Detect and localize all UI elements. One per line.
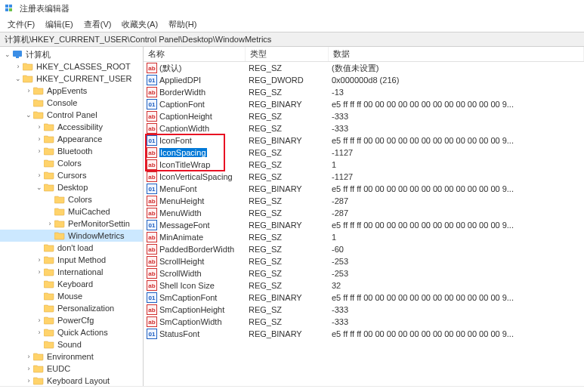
chevron-right-icon[interactable]: › bbox=[35, 171, 44, 179]
value-row[interactable]: abIconTitleWrapREG_SZ1 bbox=[144, 159, 584, 171]
chevron-right-icon[interactable]: › bbox=[35, 329, 44, 336]
value-row[interactable]: abScrollHeightREG_SZ-253 bbox=[144, 255, 584, 267]
value-row[interactable]: abSmCaptionHeightREG_SZ-333 bbox=[144, 304, 584, 316]
col-type[interactable]: 类型 bbox=[246, 47, 329, 61]
tree-item[interactable]: ›Input Method bbox=[0, 254, 143, 266]
string-value-icon: ab bbox=[147, 268, 157, 279]
value-row[interactable]: abBorderWidthREG_SZ-13 bbox=[144, 86, 584, 98]
tree-item[interactable]: ›Appearance bbox=[0, 133, 143, 145]
folder-icon bbox=[44, 340, 54, 349]
value-type: REG_SZ bbox=[246, 269, 329, 278]
value-type: REG_BINARY bbox=[246, 184, 329, 193]
binary-value-icon: 01 bbox=[147, 329, 157, 339]
tree-item[interactable]: Sound bbox=[0, 338, 143, 350]
value-type: REG_SZ bbox=[246, 63, 329, 73]
folder-icon bbox=[23, 74, 33, 83]
value-name: (默认) bbox=[159, 63, 181, 74]
string-value-icon: ab bbox=[147, 87, 157, 97]
value-type: REG_SZ bbox=[246, 160, 329, 169]
chevron-right-icon[interactable]: › bbox=[24, 365, 33, 372]
tree-item[interactable]: ⌄Desktop bbox=[0, 181, 143, 193]
folder-icon bbox=[33, 86, 44, 95]
tree-item[interactable]: Keyboard bbox=[0, 278, 143, 290]
value-row[interactable]: abCaptionHeightREG_SZ-333 bbox=[144, 110, 584, 122]
value-row[interactable]: abSmCaptionWidthREG_SZ-333 bbox=[144, 316, 584, 328]
value-row[interactable]: 01AppliedDPIREG_DWORD0x000000d8 (216) bbox=[144, 74, 584, 86]
tree-item-label: WindowMetrics bbox=[66, 231, 126, 240]
value-row[interactable]: 01MessageFontREG_BINARYe5 ff ff ff 00 00… bbox=[144, 219, 584, 231]
chevron-down-icon[interactable]: ⌄ bbox=[3, 51, 12, 58]
tree-panel[interactable]: ⌄计算机›HKEY_CLASSES_ROOT⌄HKEY_CURRENT_USER… bbox=[0, 47, 144, 386]
value-data: -253 bbox=[329, 257, 584, 266]
value-row[interactable]: 01CaptionFontREG_BINARYe5 ff ff ff 00 00… bbox=[144, 98, 584, 110]
list-panel[interactable]: 名称 类型 数据 ab(默认)REG_SZ(数值未设置)01AppliedDPI… bbox=[144, 47, 584, 386]
tree-item[interactable]: ›Environment bbox=[0, 350, 143, 363]
value-row[interactable]: 01StatusFontREG_BINARYe5 ff ff ff 00 00 … bbox=[144, 328, 584, 340]
tree-item[interactable]: ⌄Control Panel bbox=[0, 109, 143, 121]
tree-item[interactable]: ›International bbox=[0, 266, 143, 278]
menu-help[interactable]: 帮助(H) bbox=[164, 17, 201, 32]
string-value-icon: ab bbox=[147, 63, 157, 73]
tree-item[interactable]: ⌄HKEY_CURRENT_USER bbox=[0, 73, 143, 85]
tree-item[interactable]: Colors bbox=[0, 193, 143, 205]
value-row[interactable]: abMenuWidthREG_SZ-287 bbox=[144, 207, 584, 219]
value-row[interactable]: 01IconFontREG_BINARYe5 ff ff ff 00 00 00… bbox=[144, 134, 584, 147]
value-row[interactable]: abShell Icon SizeREG_SZ32 bbox=[144, 279, 584, 292]
regedit-icon bbox=[5, 3, 15, 14]
chevron-right-icon[interactable]: › bbox=[35, 316, 44, 324]
chevron-down-icon[interactable]: ⌄ bbox=[35, 184, 44, 191]
chevron-right-icon[interactable]: › bbox=[14, 63, 23, 70]
value-type: REG_SZ bbox=[246, 208, 329, 218]
chevron-down-icon[interactable]: ⌄ bbox=[14, 75, 23, 82]
chevron-right-icon[interactable]: › bbox=[35, 135, 44, 143]
value-row[interactable]: abCaptionWidthREG_SZ-333 bbox=[144, 122, 584, 134]
tree-item[interactable]: ⌄计算机 bbox=[0, 48, 143, 60]
value-row[interactable]: abScrollWidthREG_SZ-253 bbox=[144, 267, 584, 279]
value-row[interactable]: abMenuHeightREG_SZ-287 bbox=[144, 195, 584, 207]
tree-item[interactable]: ›AppEvents bbox=[0, 85, 143, 97]
menu-edit[interactable]: 编辑(E) bbox=[41, 17, 78, 32]
address-bar[interactable]: 计算机\HKEY_CURRENT_USER\Control Panel\Desk… bbox=[0, 32, 584, 47]
col-name[interactable]: 名称 bbox=[144, 47, 246, 61]
tree-item[interactable]: ›Keyboard Layout bbox=[0, 375, 143, 386]
tree-item[interactable]: MuiCached bbox=[0, 205, 143, 218]
tree-item[interactable]: Mouse bbox=[0, 290, 143, 302]
chevron-right-icon[interactable]: › bbox=[24, 377, 33, 384]
tree-item[interactable]: ›PerMonitorSettin bbox=[0, 218, 143, 230]
menu-file[interactable]: 文件(F) bbox=[3, 17, 39, 32]
tree-item-label: Personalization bbox=[56, 304, 116, 313]
chevron-right-icon[interactable]: › bbox=[45, 220, 54, 227]
value-row[interactable]: abMinAnimateREG_SZ1 bbox=[144, 231, 584, 243]
menu-favorites[interactable]: 收藏夹(A) bbox=[117, 17, 162, 32]
value-row[interactable]: 01SmCaptionFontREG_BINARYe5 ff ff ff 00 … bbox=[144, 292, 584, 304]
tree-item[interactable]: WindowMetrics bbox=[0, 230, 143, 242]
chevron-right-icon[interactable]: › bbox=[35, 123, 44, 131]
tree-item[interactable]: ›Quick Actions bbox=[0, 326, 143, 338]
value-row[interactable]: 01MenuFontREG_BINARYe5 ff ff ff 00 00 00… bbox=[144, 183, 584, 195]
tree-item[interactable]: ›HKEY_CLASSES_ROOT bbox=[0, 60, 143, 73]
menu-view[interactable]: 查看(V) bbox=[79, 17, 116, 32]
chevron-right-icon[interactable]: › bbox=[24, 87, 33, 94]
value-row[interactable]: abIconVerticalSpacingREG_SZ-1127 bbox=[144, 171, 584, 183]
chevron-right-icon[interactable]: › bbox=[35, 256, 44, 264]
tree-item[interactable]: ›Cursors bbox=[0, 169, 143, 181]
value-row[interactable]: abIconSpacingREG_SZ-1127 bbox=[144, 147, 584, 159]
tree-item[interactable]: ›Accessibility bbox=[0, 121, 143, 133]
chevron-down-icon[interactable]: ⌄ bbox=[24, 111, 33, 119]
tree-item[interactable]: ›EUDC bbox=[0, 363, 143, 375]
chevron-right-icon[interactable]: › bbox=[24, 353, 33, 360]
chevron-right-icon[interactable]: › bbox=[35, 147, 44, 155]
tree-item[interactable]: Console bbox=[0, 97, 143, 109]
value-row[interactable]: ab(默认)REG_SZ(数值未设置) bbox=[144, 62, 584, 74]
tree-item[interactable]: ›Bluetooth bbox=[0, 145, 143, 157]
tree-item[interactable]: don't load bbox=[0, 242, 143, 254]
chevron-right-icon[interactable]: › bbox=[35, 268, 44, 276]
col-data[interactable]: 数据 bbox=[329, 47, 584, 61]
value-type: REG_SZ bbox=[246, 148, 329, 157]
tree-item[interactable]: ›PowerCfg bbox=[0, 314, 143, 326]
value-row[interactable]: abPaddedBorderWidthREG_SZ-60 bbox=[144, 243, 584, 255]
value-data: (数值未设置) bbox=[329, 63, 584, 74]
tree-item[interactable]: Colors bbox=[0, 157, 143, 169]
value-type: REG_BINARY bbox=[246, 293, 329, 302]
tree-item[interactable]: Personalization bbox=[0, 302, 143, 314]
